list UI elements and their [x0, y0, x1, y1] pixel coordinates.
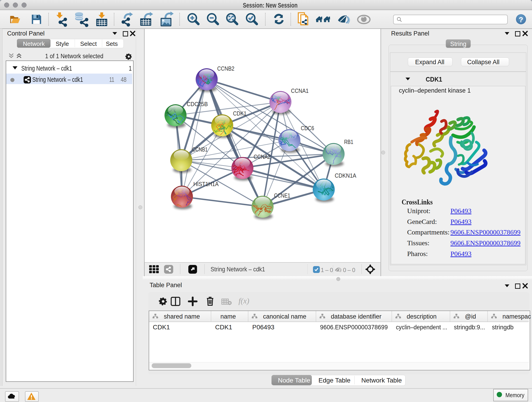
svg-text:RB1: RB1: [344, 139, 353, 145]
svg-text:CDKN1A: CDKN1A: [335, 172, 356, 179]
svg-text:CDK1: CDK1: [233, 110, 247, 117]
svg-text:HIST1H1A: HIST1H1A: [193, 181, 219, 187]
svg-text:CDC6: CDC6: [301, 125, 314, 131]
svg-text:CCNE1: CCNE1: [274, 192, 290, 199]
svg-text:CCNA2: CCNA2: [254, 153, 271, 160]
svg-text:CDC25B: CDC25B: [187, 101, 208, 107]
svg-text:CCNB1: CCNB1: [192, 146, 208, 153]
svg-text:CCNB2: CCNB2: [217, 65, 234, 72]
svg-text:CCNA1: CCNA1: [291, 88, 309, 94]
